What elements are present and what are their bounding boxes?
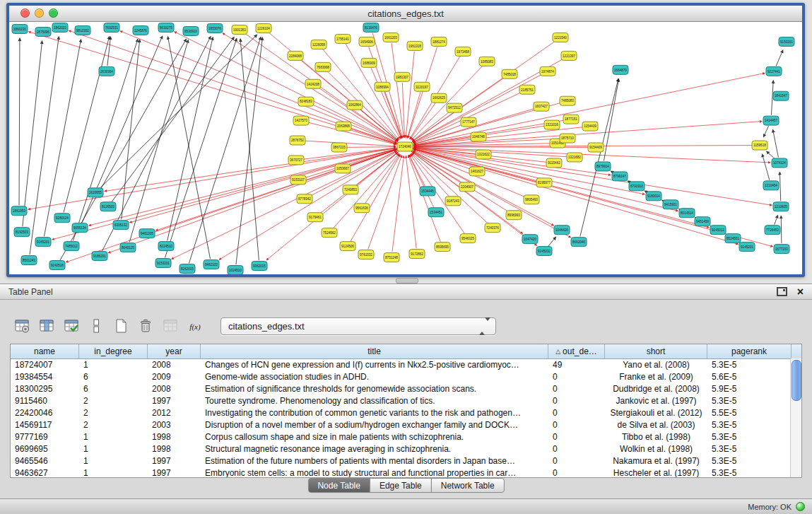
table-row[interactable]: 911546021997Tourette syndrome. Phenomeno… — [11, 395, 801, 407]
graph-node[interactable]: 8640125 — [120, 243, 136, 252]
graph-node[interactable]: 9810302 — [75, 25, 90, 35]
graph-node[interactable]: 1210454 — [763, 181, 779, 190]
network-canvas[interactable]: 1724046228406812260581755141165490616612… — [9, 22, 802, 274]
graph-node[interactable]: 1777147 — [461, 117, 476, 127]
graph-node[interactable]: 1901353 — [232, 25, 247, 34]
graph-node[interactable]: 1154409 — [582, 122, 598, 131]
graph-node[interactable]: 9461205 — [139, 229, 155, 238]
table-row[interactable]: 2242004622012Investigating the contribut… — [11, 407, 801, 419]
graph-node[interactable]: 8192503 — [14, 228, 30, 237]
graph-node[interactable]: 1086994 — [375, 82, 390, 91]
table-row[interactable]: 977716911998Corpus callosum shape and si… — [11, 431, 801, 443]
graph-node[interactable]: 1534451 — [428, 208, 444, 217]
graph-node[interactable]: 9165201 — [35, 238, 51, 247]
graph-node[interactable]: 1074124 — [772, 158, 787, 168]
graph-node[interactable]: 1414457 — [763, 116, 779, 125]
graph-node[interactable]: 6791910 — [629, 182, 645, 191]
network-window-titlebar[interactable]: citations_edges.txt — [9, 6, 802, 22]
graph-node[interactable]: 1662625 — [431, 93, 447, 103]
column-visibility-button[interactable] — [37, 317, 57, 336]
graph-node[interactable]: 3220197 — [414, 82, 430, 91]
graph-node[interactable]: 7485012 — [64, 242, 79, 251]
row-options-button[interactable] — [87, 317, 106, 336]
graph-node[interactable]: 7692531 — [104, 23, 119, 32]
graph-node[interactable]: 2620655 — [88, 188, 103, 197]
graph-node[interactable]: 9055134 — [72, 223, 88, 233]
graph-node[interactable]: 9179461 — [307, 213, 323, 222]
close-panel-icon[interactable]: × — [797, 287, 804, 297]
graph-node[interactable]: 1159518 — [752, 141, 767, 150]
graph-node[interactable]: 8262015 — [180, 264, 195, 274]
delete-column-button[interactable] — [136, 317, 155, 336]
graph-node[interactable]: 9530910 — [183, 26, 199, 35]
graph-node[interactable]: 9761532 — [358, 250, 374, 259]
graph-node[interactable]: 9451459 — [695, 217, 710, 226]
table-row[interactable]: 946362711997Embryonic stem cells: a mode… — [11, 467, 801, 478]
graph-node[interactable]: 9145201 — [739, 243, 755, 252]
table-mode-button[interactable] — [13, 317, 32, 336]
graph-node[interactable]: 1053667 — [335, 164, 351, 173]
column-header-year[interactable]: year — [148, 344, 201, 358]
graph-node[interactable]: 9280124 — [54, 214, 70, 223]
graph-node[interactable]: 1862023 — [52, 23, 68, 32]
graph-node[interactable]: 8248183 — [298, 97, 314, 106]
graph-node[interactable]: 8799147 — [612, 172, 628, 181]
graph-node[interactable]: 1881274 — [431, 37, 447, 46]
graph-node[interactable]: 9150201 — [779, 37, 794, 46]
graph-node[interactable]: 9154409 — [588, 143, 604, 152]
graph-node[interactable]: 1677203 — [774, 245, 789, 254]
graph-node[interactable]: 9172862 — [409, 250, 425, 259]
graph-node[interactable]: 3867215 — [331, 143, 347, 152]
tab-node-table[interactable]: Node Table — [307, 478, 370, 493]
table-selector-dropdown[interactable]: citations_edges.txt — [220, 317, 496, 335]
graph-node[interactable]: 9153201 — [155, 259, 171, 268]
graph-node[interactable]: 2876752 — [290, 136, 305, 145]
graph-node[interactable]: 1973458 — [455, 47, 471, 56]
graph-node[interactable]: 1226104 — [256, 23, 271, 33]
graph-node[interactable]: 8751248 — [384, 253, 399, 262]
graph-node[interactable]: 1875710 — [560, 134, 575, 143]
graph-node[interactable]: 9805493 — [524, 195, 539, 204]
column-header-short[interactable]: short — [605, 344, 707, 358]
close-window-button[interactable] — [20, 8, 30, 18]
graph-node[interactable]: 1062864 — [347, 100, 363, 110]
column-header-out_de[interactable]: △out_de… — [548, 344, 605, 358]
graph-node[interactable]: 2185751 — [519, 85, 535, 94]
graph-node[interactable]: 2284068 — [288, 51, 303, 60]
graph-node[interactable]: 7485018 — [502, 69, 517, 78]
column-header-name[interactable]: name — [11, 344, 79, 358]
graph-node[interactable]: 7240376 — [485, 223, 500, 233]
graph-node[interactable]: 1046748 — [471, 132, 486, 141]
graph-node[interactable]: 3670727 — [288, 156, 304, 165]
table-scrollbar[interactable] — [790, 358, 801, 477]
graph-node[interactable]: 1607427 — [534, 102, 549, 111]
table-row[interactable]: 1938455462009Genome-wide association stu… — [11, 371, 801, 383]
graph-node[interactable]: 1210605 — [773, 202, 789, 211]
graph-node[interactable]: 8595695 — [435, 243, 450, 252]
table-row[interactable]: 946554611997Estimation of the future num… — [11, 455, 801, 467]
graph-node[interactable]: 8224510 — [158, 242, 174, 251]
minimize-window-button[interactable] — [35, 8, 44, 18]
graph-node[interactable]: 9546325 — [460, 234, 476, 243]
graph-node[interactable]: 9362015 — [252, 262, 267, 271]
graph-node[interactable]: 8630275 — [158, 23, 174, 32]
graph-node[interactable]: 8195977 — [536, 178, 552, 187]
graph-node[interactable]: 1321682 — [567, 153, 582, 162]
graph-node[interactable]: 9245012 — [710, 226, 726, 235]
graph-node[interactable]: 1664879 — [613, 65, 628, 74]
function-builder-button[interactable]: f(x) — [186, 317, 205, 336]
graph-node[interactable]: 1226058 — [311, 40, 326, 49]
graph-node[interactable]: 8501243 — [21, 256, 37, 265]
graph-node[interactable]: 1974874 — [540, 66, 555, 76]
graph-node[interactable]: 1321622 — [476, 150, 491, 159]
graph-node[interactable]: 1724046 — [397, 142, 413, 151]
graph-node[interactable]: 1085083 — [479, 57, 495, 66]
graph-node[interactable]: 1686909 — [361, 58, 377, 67]
column-header-title[interactable]: title — [201, 344, 548, 358]
graph-node[interactable]: 1961318 — [407, 41, 423, 50]
table-row[interactable]: 969969511998Structural magnetic resonanc… — [11, 443, 801, 455]
new-column-button[interactable] — [112, 317, 131, 336]
graph-node[interactable]: 9561636 — [354, 204, 370, 213]
graph-node[interactable]: 9472512 — [447, 103, 462, 112]
graph-node[interactable]: 8130476 — [363, 23, 379, 32]
